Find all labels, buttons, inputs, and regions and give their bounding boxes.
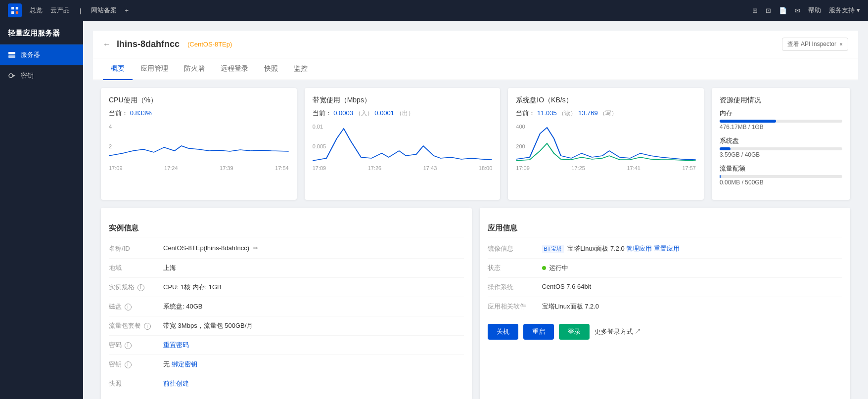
create-snapshot-link[interactable]: 前往创建 [163,380,189,387]
key-info-icon[interactable]: i [125,361,132,368]
resource-traffic-bar-bg [720,175,842,178]
app-info-table: 镜像信息 BT宝塔 宝塔Linux面板 7.2.0 管理应用 重置应用 状态 [488,239,843,316]
api-inspector-close[interactable]: × [839,41,843,48]
nav-products[interactable]: 云产品 [50,6,70,15]
nav-filing[interactable]: 网站备案 [91,6,117,15]
reset-app-link[interactable]: 重置应用 [654,245,680,252]
sidebar: 轻量应用服务器 服务器 密钥 [0,21,83,399]
shutdown-button[interactable]: 关机 [488,324,518,340]
tab-app[interactable]: 应用管理 [133,58,176,80]
resource-disk: 系统盘 3.59GB / 40GB [720,136,842,158]
api-inspector-badge[interactable]: 查看 API Inspector × [782,38,848,51]
resource-traffic-label: 流量配额 [720,164,745,173]
instance-name: lhins-8dahfncc [117,39,180,49]
page-wrapper: CPU使用（%） 当前： 0.833% 4 2 17:09 17 [93,80,858,399]
bandwidth-title: 带宽使用（Mbps） [313,96,493,105]
resources-title: 资源使用情况 [720,96,842,105]
region-val: 上海 [163,264,464,272]
status-label: 运行中 [549,264,568,272]
disk-current-label: 当前： [516,109,535,117]
instance-info-table: 名称/ID CentOS-8TEp(lhins-8dahfncc) ✏ 地域 上… [109,239,464,393]
logo[interactable] [8,3,22,17]
top-nav-links: 总览 云产品 | 网站备案 + [30,6,129,15]
tab-monitor[interactable]: 监控 [286,58,316,80]
bind-key-link[interactable]: 绑定密钥 [172,360,197,368]
sidebar-item-key-label: 密钥 [21,71,34,80]
tab-snapshot[interactable]: 快照 [256,58,286,80]
cpu-title: CPU使用（%） [109,96,289,105]
info-row-traffic: 流量包套餐 i 带宽 3Mbps，流量包 500GB/月 [109,316,464,336]
traffic-val: 带宽 3Mbps，流量包 500GB/月 [163,321,464,330]
sidebar-header: 轻量应用服务器 [0,21,83,44]
manage-app-link[interactable]: 管理应用 [626,245,652,252]
cpu-chart: 4 2 [109,124,289,163]
bandwidth-card: 带宽使用（Mbps） 当前： 0.0003 （入） 0.0001 （出） 0.0… [305,88,501,200]
tab-remote[interactable]: 远程登录 [213,58,256,80]
resource-memory-label: 内存 [720,109,732,118]
spec-info-icon[interactable]: i [137,284,144,291]
bandwidth-out-value: 0.0001 [374,109,394,117]
sidebar-item-key[interactable]: 密钥 [0,65,83,86]
nav-mail-icon[interactable]: ✉ [795,7,800,14]
nav-help[interactable]: 帮助 [808,6,821,15]
disk-write-value: 13.769 [578,109,598,117]
nav-scan-icon[interactable]: ⊡ [766,7,771,14]
instance-info-title: 实例信息 [109,216,464,237]
login-button[interactable]: 登录 [559,324,590,340]
bandwidth-value: 当前： 0.0003 （入） 0.0001 （出） [313,109,493,118]
nav-overview[interactable]: 总览 [30,6,43,15]
instance-name-val: CentOS-8TEp(lhins-8dahfncc) [163,244,249,252]
resource-memory-bar [720,120,776,123]
software-val: 宝塔Linux面板 7.2.0 [542,302,843,311]
more-login-link[interactable]: 更多登录方式 ↗ [594,327,641,336]
info-row-disk: 磁盘 i 系统盘: 40GB [109,297,464,316]
nav-doc-icon[interactable]: 📄 [779,7,787,14]
resource-traffic: 流量配额 0.00MB / 500GB [720,164,842,186]
edit-icon[interactable]: ✏ [253,245,258,252]
app-info-card: 应用信息 镜像信息 BT宝塔 宝塔Linux面板 7.2.0 管理应用 重置应用 [480,208,851,399]
status-running: 运行中 [542,264,843,272]
traffic-info-icon[interactable]: i [144,323,151,330]
page-header: ← lhins-8dahfncc (CentOS-8TEp) 查看 API In… [93,31,858,58]
cpu-current-label: 当前： [109,109,128,117]
disk-chart: 400 200 [516,124,696,163]
disk-card: 系统盘IO（KB/s） 当前： 11.035 （读） 13.769 （写） 40… [508,88,704,200]
resource-memory-value: 476.17MB / 1GB [720,124,842,131]
bandwidth-xaxis: 17:09 17:26 17:43 18:00 [313,165,493,171]
back-button[interactable]: ← [103,40,111,49]
resources-card: 资源使用情况 内存 476.17MB / 1GB 系统盘 [712,88,850,200]
app-info-title: 应用信息 [488,216,843,237]
disk-info-icon[interactable]: i [125,304,132,310]
svg-rect-1 [16,11,18,14]
resource-disk-value: 3.59GB / 40GB [720,151,842,158]
instance-info-card: 实例信息 名称/ID CentOS-8TEp(lhins-8dahfncc) ✏… [101,208,472,399]
cpu-card: CPU使用（%） 当前： 0.833% 4 2 17:09 17 [101,88,297,200]
status-dot [542,266,546,270]
nav-add[interactable]: + [125,7,129,14]
cpu-current-value: 0.833% [130,109,152,117]
top-nav-right: ⊞ ⊡ 📄 ✉ 帮助 服务支持 ▾ [752,6,860,15]
tab-firewall[interactable]: 防火墙 [176,58,213,80]
spec-val: CPU: 1核 内存: 1GB [163,283,464,292]
svg-rect-0 [8,3,22,17]
info-row-snapshot: 快照 前往创建 [109,374,464,393]
cpu-value: 当前： 0.833% [109,109,289,118]
nav-grid-icon[interactable]: ⊞ [752,7,758,14]
reset-password-link[interactable]: 重置密码 [163,341,189,349]
app-info-row-software: 应用相关软件 宝塔Linux面板 7.2.0 [488,297,843,316]
disk-value: 当前： 11.035 （读） 13.769 （写） [516,109,696,118]
instance-tag: (CentOS-8TEp) [187,41,232,48]
sidebar-item-server[interactable]: 服务器 [0,44,83,65]
metrics-grid: CPU使用（%） 当前： 0.833% 4 2 17:09 17 [101,88,850,200]
resource-disk-bar [720,147,731,150]
restart-button[interactable]: 重启 [523,324,554,340]
svg-point-4 [9,74,13,78]
nav-support[interactable]: 服务支持 ▾ [829,6,860,15]
bandwidth-current-label: 当前： [313,109,332,117]
info-row-name: 名称/ID CentOS-8TEp(lhins-8dahfncc) ✏ [109,239,464,259]
resource-memory: 内存 476.17MB / 1GB [720,109,842,131]
password-info-icon[interactable]: i [125,342,132,349]
tab-overview[interactable]: 概要 [103,58,133,80]
info-row-password: 密码 i 重置密码 [109,336,464,355]
os-val: CentOS 7.6 64bit [542,283,843,290]
